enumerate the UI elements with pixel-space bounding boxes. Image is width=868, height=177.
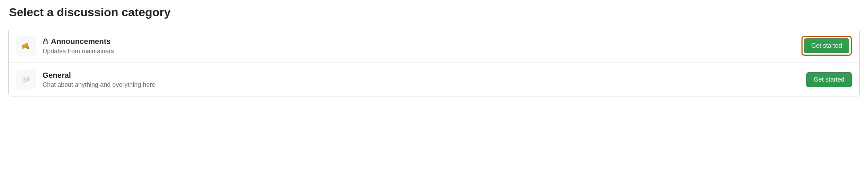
category-text: Announcements Updates from maintainers — [43, 37, 801, 55]
category-description: Chat about anything and everything here — [43, 81, 806, 88]
category-row-general: General Chat about anything and everythi… — [9, 63, 859, 96]
category-text: General Chat about anything and everythi… — [43, 71, 806, 89]
get-started-button[interactable]: Get started — [804, 38, 849, 53]
category-name: Announcements — [51, 37, 110, 46]
megaphone-icon — [16, 36, 36, 56]
lock-icon — [43, 38, 49, 45]
category-description: Updates from maintainers — [43, 48, 801, 55]
category-list: Announcements Updates from maintainers G… — [8, 29, 860, 96]
category-row-announcements: Announcements Updates from maintainers G… — [9, 29, 859, 63]
speech-balloon-icon — [16, 70, 36, 89]
svg-rect-1 — [23, 47, 24, 49]
svg-point-5 — [27, 78, 28, 80]
svg-point-3 — [24, 78, 25, 80]
category-name: General — [43, 71, 71, 80]
page-title: Select a discussion category — [9, 6, 860, 19]
get-started-button[interactable]: Get started — [806, 72, 852, 87]
highlight-frame: Get started — [801, 36, 852, 56]
svg-point-4 — [26, 78, 27, 80]
